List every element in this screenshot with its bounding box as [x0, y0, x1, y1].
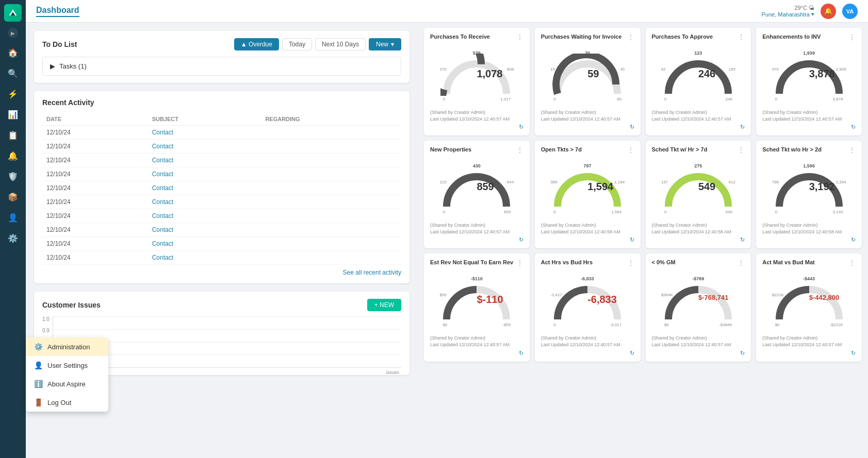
activity-regarding: [261, 209, 401, 223]
gauge-menu-btn[interactable]: ⋮: [738, 33, 745, 41]
gauge-container: 123 62 185 0 246 246: [652, 44, 745, 106]
app-logo[interactable]: [4, 4, 22, 22]
gauge-title: Purchases To Approve: [652, 33, 713, 40]
activity-subject[interactable]: Contact: [148, 251, 261, 265]
see-all-link[interactable]: See all recent activity: [42, 265, 401, 276]
activity-subject[interactable]: Contact: [148, 237, 261, 251]
next10days-filter-btn[interactable]: Next 10 Days: [315, 38, 366, 50]
todo-header: To Do List ▲ Overdue Today Next 10 Days …: [42, 38, 401, 50]
gauge-bottom-left: 0: [443, 97, 445, 101]
gauge-left-val: 62: [661, 67, 666, 72]
today-filter-btn[interactable]: Today: [282, 38, 312, 50]
activity-regarding: [261, 167, 401, 181]
gauge-container: -$110 $55 $0 -$55 $-110: [430, 270, 523, 332]
gauge-left-val: 15: [550, 67, 555, 72]
activity-subject[interactable]: Contact: [148, 167, 261, 181]
activity-row: 12/10/24 Contact: [42, 251, 401, 265]
gauge-menu-btn[interactable]: ⋮: [738, 146, 745, 154]
gauge-bottom-right: 60: [617, 97, 621, 101]
activity-subject[interactable]: Contact: [148, 223, 261, 237]
gauge-top-val: -6,833: [551, 276, 624, 281]
sidebar-collapse-btn[interactable]: ▶: [8, 28, 18, 38]
gauge-menu-btn[interactable]: ⋮: [848, 259, 856, 267]
activity-subject[interactable]: Contact: [148, 181, 261, 195]
context-menu-item-log-out[interactable]: 🚪Log Out: [26, 393, 108, 412]
gauge-bottom-right: 1,017: [500, 97, 511, 101]
user-avatar[interactable]: VA: [842, 4, 858, 19]
gauge-title: Act Mat vs Bud Mat: [762, 259, 814, 266]
gauge-top-val: 797: [551, 163, 624, 168]
gauge-menu-btn[interactable]: ⋮: [627, 146, 634, 154]
activity-subject[interactable]: Contact: [148, 126, 261, 140]
gauge-menu-btn[interactable]: ⋮: [627, 33, 634, 41]
gauge-top-val: -$443: [773, 276, 845, 281]
sidebar-item-users[interactable]: 👤: [4, 208, 22, 227]
tasks-row[interactable]: ▶ Tasks (1): [42, 57, 401, 76]
refresh-icon[interactable]: ↻: [851, 350, 856, 357]
gauge-menu-btn[interactable]: ⋮: [516, 146, 523, 154]
gauge-right-val: 644: [507, 180, 514, 184]
gauge-card: New Properties ⋮ 430 215 644 0 859: [424, 141, 530, 248]
sidebar-item-packages[interactable]: 📦: [4, 188, 22, 206]
gauge-refresh: ↻: [652, 124, 745, 130]
gauge-menu-btn[interactable]: ⋮: [848, 146, 856, 154]
sidebar-item-home[interactable]: 🏠: [4, 43, 22, 62]
sidebar-item-settings[interactable]: ⚙️: [4, 229, 22, 247]
context-menu-item-user-settings[interactable]: 👤User Settings: [26, 356, 108, 375]
refresh-icon[interactable]: ↻: [630, 124, 634, 130]
activity-subject[interactable]: Contact: [148, 195, 261, 209]
refresh-icon[interactable]: ↻: [851, 124, 856, 130]
refresh-icon[interactable]: ↻: [630, 236, 634, 243]
sidebar-item-activity[interactable]: ⚡: [4, 84, 22, 103]
gauge-menu-btn[interactable]: ⋮: [516, 33, 523, 41]
activity-subject[interactable]: Contact: [148, 154, 261, 167]
new-issue-btn[interactable]: + NEW: [367, 299, 401, 311]
sidebar-item-dashboard[interactable]: 📊: [4, 105, 22, 124]
context-menu-item-about-aspire[interactable]: ℹ️About Aspire: [26, 375, 108, 393]
gauge-card: Enhancements to INV ⋮ 1,939 970 2,909 0 …: [756, 28, 862, 135]
sidebar-item-tasks[interactable]: 📋: [4, 126, 22, 144]
context-menu-item-administration[interactable]: ⚙️Administration: [26, 337, 108, 356]
customer-title: Customer Issues: [42, 301, 101, 309]
gauge-container: 1,939 970 2,909 0 3,878 3,878: [762, 44, 856, 106]
topbar-left: Dashboard: [36, 6, 79, 17]
gauge-menu-btn[interactable]: ⋮: [738, 259, 745, 267]
gauge-menu-btn[interactable]: ⋮: [516, 259, 523, 267]
refresh-icon[interactable]: ↻: [519, 124, 523, 130]
activity-regarding: [261, 126, 401, 140]
refresh-icon[interactable]: ↻: [740, 236, 745, 243]
new-todo-btn[interactable]: New ▾: [369, 38, 401, 50]
refresh-icon[interactable]: ↻: [630, 350, 634, 357]
sidebar-item-notifications[interactable]: 🔔: [4, 146, 22, 165]
gauge-top-val: 275: [662, 163, 734, 168]
refresh-icon[interactable]: ↻: [740, 350, 745, 357]
refresh-icon[interactable]: ↻: [740, 124, 745, 130]
location-display[interactable]: Pune, Maharashtra ▾: [761, 11, 814, 18]
activity-row: 12/10/24 Contact: [42, 237, 401, 251]
gauge-menu-btn[interactable]: ⋮: [627, 259, 634, 267]
gauge-footer: (Shared by Creator Admin)Last Updated 12…: [762, 109, 856, 122]
refresh-icon[interactable]: ↻: [519, 236, 523, 243]
activity-subject[interactable]: Contact: [148, 209, 261, 223]
gauge-left-val: 270: [439, 67, 446, 72]
gauge-header: < 0% GM ⋮: [652, 259, 745, 267]
sidebar-item-security[interactable]: 🛡️: [4, 167, 22, 185]
notification-icon[interactable]: 🔔: [821, 4, 836, 19]
page-title: Dashboard: [36, 6, 79, 17]
gauge-bottom-right: -$221K: [830, 323, 843, 327]
activity-subject[interactable]: Contact: [148, 140, 261, 154]
context-menu-label: Log Out: [47, 399, 71, 406]
refresh-icon[interactable]: ↻: [519, 350, 523, 357]
gauge-refresh: ↻: [762, 236, 856, 243]
gauge-footer: (Shared by Creator Admin)Last Updated 12…: [762, 222, 856, 235]
gauge-bottom-left: $0: [664, 323, 669, 327]
gauge-menu-btn[interactable]: ⋮: [848, 33, 856, 41]
gauge-card: Purchases To Approve ⋮ 123 62 185 0 246: [646, 28, 751, 135]
gauge-header: Enhancements to INV ⋮: [762, 33, 856, 41]
sidebar-item-search[interactable]: 🔍: [4, 64, 22, 82]
overdue-filter-btn[interactable]: ▲ Overdue: [234, 38, 279, 50]
activity-row: 12/10/24 Contact: [42, 195, 401, 209]
gauge-right-val: 45: [620, 67, 625, 72]
refresh-icon[interactable]: ↻: [851, 236, 856, 243]
gauge-right-val: 2,909: [836, 67, 846, 72]
